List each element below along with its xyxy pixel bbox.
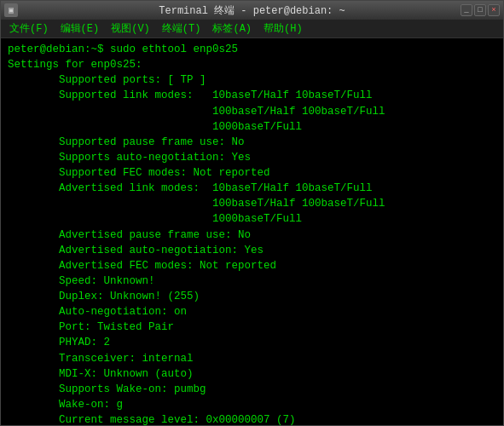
- line-17: Duplex: Unknown! (255): [8, 289, 496, 304]
- terminal-body[interactable]: peter@debian:~$ sudo ethtool enp0s25 Set…: [1, 38, 503, 425]
- line-8: Supports auto-negotiation: Yes: [8, 150, 496, 165]
- menu-edit[interactable]: 编辑(E): [55, 20, 105, 37]
- line-20: PHYAD: 2: [8, 335, 496, 350]
- menu-tabs[interactable]: 标签(A): [207, 20, 257, 37]
- line-23: Supports Wake-on: pumbg: [8, 382, 496, 397]
- line-7: Supported pause frame use: No: [8, 135, 496, 150]
- titlebar-controls: _ □ ×: [461, 4, 500, 16]
- titlebar-left: ▣: [4, 3, 18, 17]
- line-10: Advertised link modes: 10baseT/Half 10ba…: [8, 181, 496, 196]
- maximize-button[interactable]: □: [474, 4, 486, 16]
- line-4: Supported link modes: 10baseT/Half 10bas…: [8, 88, 496, 103]
- menu-view[interactable]: 视图(V): [106, 20, 155, 37]
- line-14: Advertised auto-negotiation: Yes: [8, 243, 496, 258]
- line-11: 100baseT/Half 100baseT/Full: [8, 196, 496, 211]
- minimize-button[interactable]: _: [461, 4, 472, 16]
- titlebar: ▣ Terminal 终端 - peter@debian: ~ _ □ ×: [1, 1, 503, 20]
- line-5: 100baseT/Half 100baseT/Full: [8, 104, 496, 119]
- line-2: Settings for enp0s25:: [8, 57, 496, 72]
- line-21: Transceiver: internal: [8, 351, 496, 366]
- menu-terminal[interactable]: 终端(T): [157, 20, 206, 37]
- close-button[interactable]: ×: [488, 4, 500, 16]
- line-15: Advertised FEC modes: Not reported: [8, 258, 496, 273]
- line-12: 1000baseT/Full: [8, 211, 496, 227]
- line-16: Speed: Unknown!: [8, 273, 496, 289]
- line-6: 1000baseT/Full: [8, 119, 496, 135]
- line-22: MDI-X: Unknown (auto): [8, 366, 496, 382]
- line-24: Wake-on: g: [8, 397, 496, 412]
- line-19: Port: Twisted Pair: [8, 320, 496, 335]
- line-18: Auto-negotiation: on: [8, 304, 496, 320]
- titlebar-title: Terminal 终端 - peter@debian: ~: [159, 3, 345, 18]
- line-13: Advertised pause frame use: No: [8, 227, 496, 243]
- line-9: Supported FEC modes: Not reported: [8, 165, 496, 181]
- line-1: peter@debian:~$ sudo ethtool enp0s25: [8, 42, 496, 57]
- menubar: 文件(F) 编辑(E) 视图(V) 终端(T) 标签(A) 帮助(H): [1, 20, 503, 38]
- terminal-window: ▣ Terminal 终端 - peter@debian: ~ _ □ × 文件…: [0, 0, 504, 426]
- line-3: Supported ports: [ TP ]: [8, 72, 496, 88]
- menu-help[interactable]: 帮助(H): [258, 20, 308, 37]
- terminal-icon: ▣: [4, 3, 18, 17]
- menu-file[interactable]: 文件(F): [4, 20, 54, 37]
- line-25: Current message level: 0x00000007 (7): [8, 412, 496, 425]
